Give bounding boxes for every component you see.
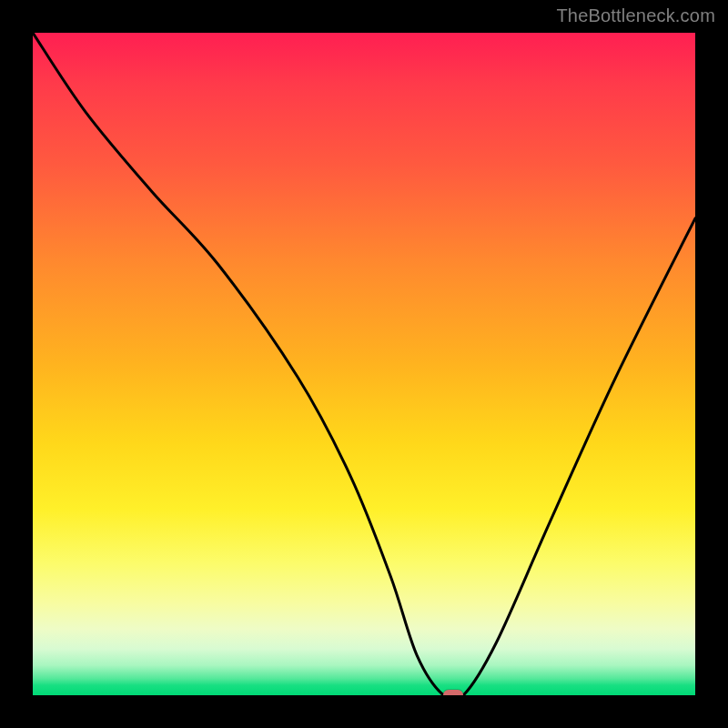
bottleneck-curve xyxy=(33,33,695,695)
optimal-point-marker xyxy=(443,690,463,695)
watermark-text: TheBottleneck.com xyxy=(556,5,715,26)
chart-frame: TheBottleneck.com xyxy=(0,0,728,728)
plot-area xyxy=(33,33,695,695)
